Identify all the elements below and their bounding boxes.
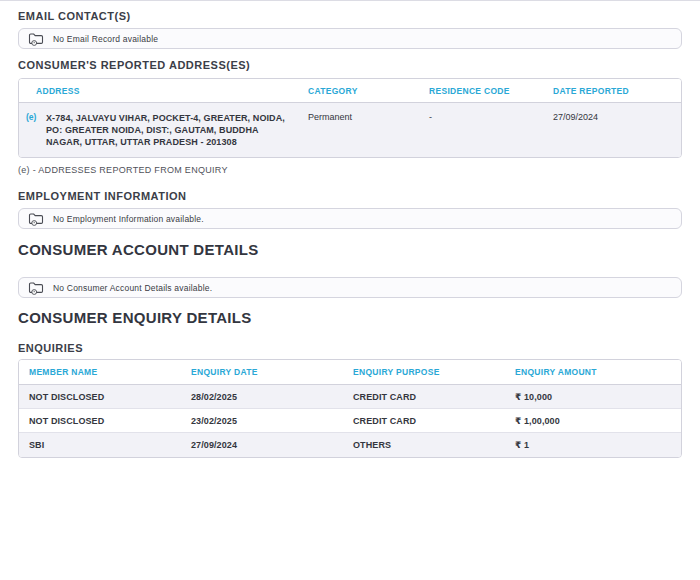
enquiry-row: NOT DISCLOSED 23/02/2025 CREDIT CARD ₹ 1… [19, 409, 681, 433]
enquiry-amount: ₹ 1,00,000 [505, 416, 681, 426]
email-contacts-heading: EMAIL CONTACT(S) [18, 10, 682, 22]
account-empty-message: No Consumer Account Details available. [53, 283, 212, 293]
enquiries-table-header: MEMBER NAME ENQUIRY DATE ENQUIRY PURPOSE… [19, 360, 681, 385]
addresses-heading: CONSUMER'S REPORTED ADDRESS(ES) [18, 59, 682, 71]
residence-code-value: - [429, 112, 553, 122]
enquiry-row: NOT DISCLOSED 28/02/2025 CREDIT CARD ₹ 1… [19, 385, 681, 409]
email-empty-state: No Email Record available [18, 28, 682, 49]
col-date-reported: DATE REPORTED [553, 86, 681, 96]
enquiries-table: MEMBER NAME ENQUIRY DATE ENQUIRY PURPOSE… [18, 359, 682, 458]
enquiry-purpose: OTHERS [343, 440, 505, 450]
empty-folder-icon [28, 281, 44, 295]
enquiry-purpose: CREDIT CARD [343, 392, 505, 402]
empty-folder-icon [28, 212, 44, 226]
addresses-table-header: ADDRESS CATEGORY RESIDENCE CODE DATE REP… [19, 79, 681, 103]
account-details-heading: CONSUMER ACCOUNT DETAILS [18, 241, 682, 258]
enquiries-subheading: ENQUIRIES [18, 342, 682, 354]
employment-empty-state: No Employment Information available. [18, 208, 682, 229]
enquiry-amount: ₹ 1 [505, 440, 681, 450]
enquiry-date: 28/02/2025 [181, 392, 343, 402]
enquiry-details-heading: CONSUMER ENQUIRY DETAILS [18, 309, 682, 326]
account-empty-state: No Consumer Account Details available. [18, 277, 682, 298]
addresses-table: ADDRESS CATEGORY RESIDENCE CODE DATE REP… [18, 78, 682, 158]
col-enquiry-amount: ENQUIRY AMOUNT [505, 367, 681, 377]
enquiry-purpose: CREDIT CARD [343, 416, 505, 426]
enquiry-amount: ₹ 10,000 [505, 392, 681, 402]
col-enquiry-date: ENQUIRY DATE [181, 367, 343, 377]
member-name: NOT DISCLOSED [19, 392, 181, 402]
col-enquiry-purpose: ENQUIRY PURPOSE [343, 367, 505, 377]
address-cell: (e) X-784, JALVAYU VIHAR, POCKET-4, GREA… [19, 112, 308, 148]
member-name: NOT DISCLOSED [19, 416, 181, 426]
member-name: SBI [19, 440, 181, 450]
enquiry-row: SBI 27/09/2024 OTHERS ₹ 1 [19, 433, 681, 457]
col-address: ADDRESS [19, 86, 308, 96]
address-table-row: (e) X-784, JALVAYU VIHAR, POCKET-4, GREA… [19, 103, 681, 157]
col-member-name: MEMBER NAME [19, 367, 181, 377]
credit-report-page: EMAIL CONTACT(S) No Email Record availab… [0, 0, 700, 580]
col-residence-code: RESIDENCE CODE [429, 86, 553, 96]
col-category: CATEGORY [308, 86, 429, 96]
category-value: Permanent [308, 112, 429, 122]
email-empty-message: No Email Record available [53, 34, 158, 44]
employment-empty-message: No Employment Information available. [53, 214, 204, 224]
enquiry-date: 23/02/2025 [181, 416, 343, 426]
date-reported-value: 27/09/2024 [553, 112, 681, 122]
enquiry-date: 27/09/2024 [181, 440, 343, 450]
empty-folder-icon [28, 32, 44, 46]
address-text: X-784, JALVAYU VIHAR, POCKET-4, GREATER,… [46, 112, 294, 148]
employment-heading: EMPLOYMENT INFORMATION [18, 190, 682, 202]
enquiry-source-marker: (e) [26, 112, 46, 148]
addresses-footnote: (e) - ADDRESSES REPORTED FROM ENQUIRY [18, 165, 682, 175]
